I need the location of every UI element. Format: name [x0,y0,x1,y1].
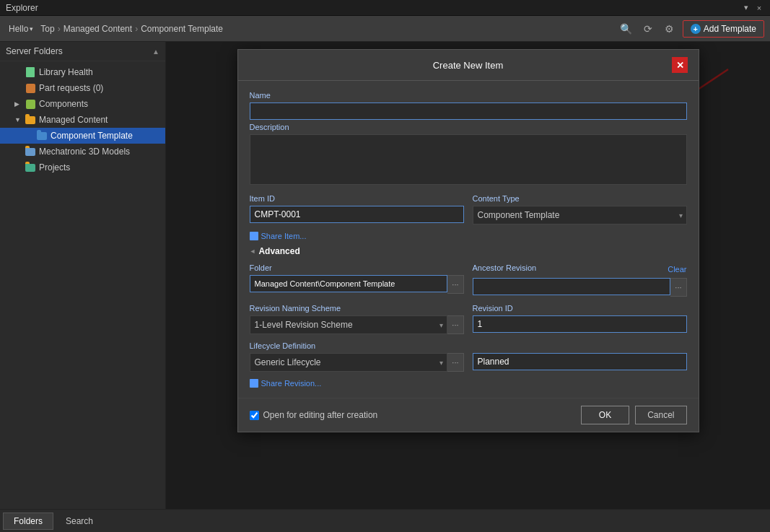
content-type-select-wrapper: Component Template [473,206,687,224]
bottom-tabs: Folders Search [0,509,770,532]
revision-naming-select[interactable]: 1-Level Revision Scheme [250,315,448,334]
tree-item-components[interactable]: ▶ Components [0,96,165,112]
ancestor-dots-button[interactable]: ··· [670,278,686,297]
tree-item-component-template[interactable]: Component Template [0,128,165,144]
sidebar-scroll-up[interactable]: ▲ [152,48,159,56]
expander-components: ▶ [14,100,22,108]
create-new-item-dialog: Create New Item ✕ Name Description [237,49,699,432]
tab-search[interactable]: Search [55,513,104,530]
folder-dots-button[interactable]: ··· [447,275,463,294]
title-bar: Explorer ▾ × [0,0,770,16]
lifecycle-col: Lifecycle Definition Generic Lifecycle ·… [250,341,464,372]
tree-label-part-requests: Part requests (0) [39,83,103,93]
open-editing-checkbox[interactable] [250,411,259,420]
breadcrumb: Top › Managed Content › Component Templa… [40,24,613,34]
ok-button[interactable]: OK [581,406,629,424]
part-requests-icon [25,82,36,94]
revision-id-input[interactable] [473,315,687,333]
app-title: Explorer [6,3,38,13]
name-field-container: Name [250,91,687,120]
breadcrumb-top[interactable]: Top [40,24,54,34]
sidebar-header: Server Folders ▲ [0,42,165,61]
content-type-col: Content Type Component Template [473,194,687,224]
name-label: Name [250,91,687,100]
clear-link[interactable]: Clear [668,265,686,274]
revision-id-label: Revision ID [473,304,687,313]
dialog-header: Create New Item ✕ [238,50,699,81]
content-type-select[interactable]: Component Template [473,206,687,224]
toolbar: Hello Top › Managed Content › Component … [0,16,770,42]
advanced-label: Advanced [258,246,299,256]
add-template-button[interactable]: + Add Template [683,20,764,38]
settings-button[interactable]: ⚙ [661,20,678,38]
sidebar: Server Folders ▲ Library Health Part req… [0,42,166,509]
revision-naming-col: Revision Naming Scheme 1-Level Revision … [250,304,464,334]
tree-label-component-template: Component Template [51,131,133,141]
hello-menu-button[interactable]: Hello [6,22,36,35]
description-label: Description [250,123,687,131]
expander-managed-content: ▼ [14,116,22,123]
ancestor-header: Ancestor Revision Clear [473,263,687,275]
tree-item-mechatronic[interactable]: Mechatronic 3D Models [0,144,165,160]
advanced-section: ◄ Advanced Folder ··· [250,246,687,388]
components-icon [25,98,36,110]
plus-circle-icon: + [691,24,701,34]
share-revision-icon [250,379,258,388]
lifecycle-dots-button[interactable]: ··· [447,353,463,372]
lifecycle-state-col: State [473,341,687,372]
breadcrumb-component[interactable]: Component Template [141,24,223,34]
folder-input-group: ··· [250,275,464,294]
folder-input[interactable] [250,275,448,292]
tree-area: Library Health Part requests (0) ▶ Compo… [0,61,165,509]
add-template-label: Add Template [704,24,756,34]
cancel-button[interactable]: Cancel [635,406,686,424]
folder-label: Folder [250,263,464,272]
revision-naming-label: Revision Naming Scheme [250,304,464,313]
share-revision-link[interactable]: Share Revision... [250,379,687,388]
dialog-footer: Open for editing after creation OK Cance… [238,398,699,432]
share-item-link[interactable]: Share Item... [250,232,687,240]
revision-row: Revision Naming Scheme 1-Level Revision … [250,304,687,334]
lifecycle-state-input[interactable] [473,353,687,370]
share-item-icon [250,232,258,240]
tree-label-library-health: Library Health [39,67,93,77]
dialog-body: Name Description Item ID [238,81,699,398]
tab-folders[interactable]: Folders [3,513,53,530]
description-field-container: Description [250,123,687,187]
name-input[interactable] [250,103,687,120]
ancestor-col: Ancestor Revision Clear ··· [473,263,687,297]
revision-naming-group: 1-Level Revision Scheme ··· [250,315,464,334]
search-button[interactable]: 🔍 [618,20,635,38]
lifecycle-select-wrapper: Generic Lifecycle [250,353,448,372]
content-area: Create New Item ✕ Name Description [166,42,770,509]
lifecycle-group: Generic Lifecycle ··· [250,353,464,372]
dialog-close-button[interactable]: ✕ [672,57,688,73]
dialog-button-group: OK Cancel [581,406,687,424]
tree-item-managed-content[interactable]: ▼ Managed Content [0,112,165,128]
breadcrumb-sep-2: › [135,24,138,34]
folder-ancestor-row: Folder ··· Ancestor Revision Clear [250,263,687,297]
server-folders-label: Server Folders [6,46,63,56]
minimize-button[interactable]: ▾ [741,3,751,13]
description-input[interactable] [250,134,687,185]
item-id-col: Item ID [250,194,464,224]
tree-item-projects[interactable]: Projects [0,160,165,175]
item-id-label: Item ID [250,194,464,203]
refresh-button[interactable]: ⟳ [639,20,657,38]
lifecycle-select[interactable]: Generic Lifecycle [250,353,448,372]
tree-item-library-health[interactable]: Library Health [0,64,165,80]
open-editing-label: Open for editing after creation [263,410,378,420]
tree-label-components: Components [39,99,88,109]
tree-item-part-requests[interactable]: Part requests (0) [0,80,165,96]
revision-naming-select-wrapper: 1-Level Revision Scheme [250,315,448,334]
tree-label-mechatronic: Mechatronic 3D Models [39,147,130,157]
ancestor-input[interactable] [473,278,671,295]
tree-label-projects: Projects [39,162,70,173]
advanced-toggle[interactable]: ◄ Advanced [250,246,687,256]
revision-naming-dots-button[interactable]: ··· [447,315,463,334]
item-id-input[interactable] [250,206,464,223]
breadcrumb-managed[interactable]: Managed Content [64,24,132,34]
lifecycle-row: Lifecycle Definition Generic Lifecycle ·… [250,341,687,372]
folder-col: Folder ··· [250,263,464,297]
close-button[interactable]: × [754,3,764,13]
